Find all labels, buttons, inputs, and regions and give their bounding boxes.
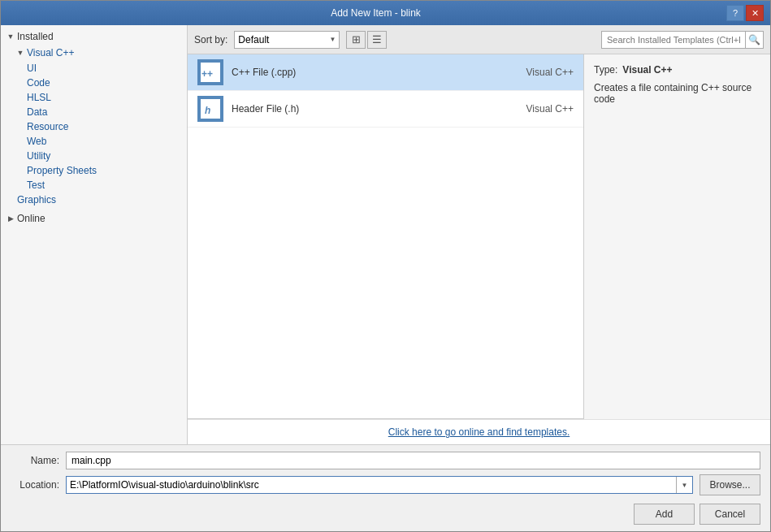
online-section[interactable]: ▶ Online (1, 210, 187, 227)
h-file-icon: h (197, 96, 223, 122)
h-file-type: Visual C++ (509, 103, 574, 115)
add-button[interactable]: Add (634, 504, 695, 525)
installed-chevron: ▼ (6, 32, 15, 41)
right-panel: Sort by: Default ▼ ⊞ ☰ 🔍 (188, 25, 770, 444)
tree-item-data[interactable]: Data (1, 105, 187, 119)
tree-item-hlsl[interactable]: HLSL (1, 90, 187, 105)
list-view-button[interactable]: ☰ (367, 31, 387, 49)
online-link[interactable]: Click here to go online and find templat… (188, 419, 770, 444)
tree-item-test[interactable]: Test (1, 178, 187, 192)
sort-value: Default (238, 34, 269, 45)
info-type-row: Type: Visual C++ (594, 64, 760, 76)
location-container: ▼ (66, 476, 693, 494)
view-buttons: ⊞ ☰ (346, 31, 387, 49)
svg-text:++: ++ (201, 68, 213, 80)
name-row: Name: (11, 452, 760, 469)
items-area: ++ C++ File (.cpp) Visual C++ h (188, 54, 583, 419)
online-label: Online (17, 213, 45, 224)
visual-cpp-chevron: ▼ (15, 48, 25, 58)
content-area: ▼ Installed ▼ Visual C++ UI Code HLSL Da… (1, 25, 770, 444)
tree-item-property-sheets[interactable]: Property Sheets (1, 163, 187, 178)
tree-item-graphics[interactable]: Graphics (1, 192, 187, 207)
tree-item-resource[interactable]: Resource (1, 119, 187, 134)
h-file-name: Header File (.h) (232, 103, 509, 115)
title-bar: Add New Item - blink ? ✕ (1, 1, 770, 25)
info-type-value: Visual C++ (622, 64, 672, 76)
dialog-title: Add New Item - blink (25, 7, 726, 19)
add-new-item-dialog: Add New Item - blink ? ✕ ▼ Installed ▼ V… (0, 0, 771, 532)
info-panel: Type: Visual C++ Creates a file containi… (583, 54, 770, 419)
location-label: Location: (11, 479, 59, 491)
tree-item-code[interactable]: Code (1, 76, 187, 90)
installed-section[interactable]: ▼ Installed (1, 28, 187, 45)
help-button[interactable]: ? (726, 5, 744, 21)
top-bar: Sort by: Default ▼ ⊞ ☰ 🔍 (188, 25, 770, 54)
tree-item-web[interactable]: Web (1, 134, 187, 149)
installed-label: Installed (17, 31, 54, 42)
search-box: 🔍 (601, 31, 764, 49)
file-item-cpp[interactable]: ++ C++ File (.cpp) Visual C++ (188, 54, 583, 91)
cancel-button[interactable]: Cancel (700, 504, 760, 525)
location-row: Location: ▼ Browse... (11, 474, 760, 495)
name-input[interactable] (66, 452, 760, 469)
cpp-file-name: C++ File (.cpp) (232, 67, 509, 78)
browse-button[interactable]: Browse... (700, 474, 760, 495)
cpp-file-type: Visual C++ (509, 67, 574, 78)
name-label: Name: (11, 455, 59, 466)
sort-label: Sort by: (194, 34, 227, 45)
close-button[interactable]: ✕ (746, 5, 764, 21)
visual-cpp-section[interactable]: ▼ Visual C++ (1, 45, 187, 61)
left-panel: ▼ Installed ▼ Visual C++ UI Code HLSL Da… (1, 25, 188, 444)
bottom-bar: Name: Location: ▼ Browse... Add Cancel (1, 444, 770, 531)
tree-item-utility[interactable]: Utility (1, 149, 187, 163)
title-bar-buttons: ? ✕ (726, 5, 764, 21)
search-input[interactable] (602, 33, 745, 46)
info-type-label: Type: (594, 64, 617, 76)
items-info-container: ++ C++ File (.cpp) Visual C++ h (188, 54, 770, 419)
search-icon[interactable]: 🔍 (745, 32, 763, 48)
svg-text:h: h (205, 105, 210, 116)
info-description: Creates a file containing C++ source cod… (594, 82, 760, 105)
location-dropdown-arrow[interactable]: ▼ (676, 477, 692, 493)
online-chevron: ▶ (6, 214, 15, 223)
sort-dropdown-arrow: ▼ (329, 36, 336, 43)
bottom-buttons: Add Cancel (11, 504, 760, 525)
visual-cpp-label: Visual C++ (27, 47, 74, 58)
cpp-file-icon: ++ (197, 59, 223, 85)
sort-dropdown[interactable]: Default ▼ (234, 31, 340, 49)
file-item-h[interactable]: h Header File (.h) Visual C++ (188, 91, 583, 128)
tree-item-ui[interactable]: UI (1, 61, 187, 76)
grid-view-button[interactable]: ⊞ (346, 31, 366, 49)
location-input[interactable] (67, 477, 676, 493)
